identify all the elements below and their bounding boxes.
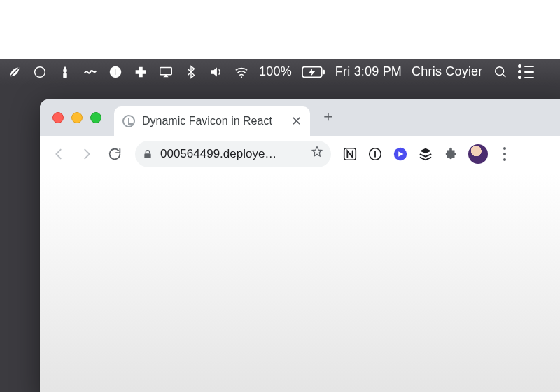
chrome-menu-button[interactable] [495, 147, 514, 161]
svg-rect-7 [323, 69, 325, 74]
scribble-icon[interactable] [83, 59, 98, 85]
airplay-icon[interactable] [158, 59, 174, 85]
browser-tab[interactable]: Dynamic Favicon in React ✕ [114, 106, 310, 136]
window-minimize-button[interactable] [71, 112, 83, 123]
profile-avatar[interactable] [468, 144, 488, 164]
svg-rect-3 [115, 69, 116, 75]
extension-blue-circle-icon[interactable] [390, 144, 411, 164]
window-close-button[interactable] [52, 112, 64, 123]
back-button[interactable] [47, 142, 71, 166]
svg-rect-12 [374, 150, 376, 157]
svg-point-5 [241, 76, 242, 78]
plus-medical-icon[interactable] [133, 59, 148, 85]
desktop-background: Dynamic Favicon in React ✕ ＋ 000564499.d… [0, 85, 560, 392]
svg-rect-9 [144, 153, 150, 158]
extensions-menu-puzzle-icon[interactable] [440, 144, 461, 164]
tab-title: Dynamic Favicon in React [142, 115, 284, 127]
new-tab-button[interactable]: ＋ [316, 104, 341, 129]
tab-strip: Dynamic Favicon in React ✕ ＋ [40, 99, 560, 136]
url-text: 000564499.deploye… [160, 147, 304, 161]
control-center-list-icon[interactable] [518, 59, 534, 85]
spotlight-search-icon[interactable] [493, 59, 508, 85]
svg-rect-1 [63, 73, 67, 77]
leaf-icon[interactable] [7, 59, 22, 85]
page-viewport [40, 172, 560, 392]
wifi-icon[interactable] [234, 59, 249, 85]
bookmark-star-button[interactable] [310, 145, 324, 162]
window-traffic-lights [52, 112, 102, 123]
svg-rect-4 [160, 67, 172, 74]
blank-region-above [0, 0, 560, 59]
circle-icon[interactable] [32, 59, 48, 85]
forward-button[interactable] [75, 142, 99, 166]
svg-point-0 [35, 66, 46, 77]
ink-bottle-icon[interactable] [57, 59, 73, 85]
extension-notion-icon[interactable] [340, 144, 360, 164]
window-fullscreen-button[interactable] [90, 112, 102, 123]
extension-buffer-icon[interactable] [415, 144, 436, 164]
tab-close-button[interactable]: ✕ [290, 115, 302, 127]
macos-menubar: 100% Fri 3:09 PM Chris Coyier [0, 59, 560, 85]
menubar-user[interactable]: Chris Coyier [412, 59, 482, 85]
menubar-clock[interactable]: Fri 3:09 PM [335, 59, 402, 85]
chrome-window: Dynamic Favicon in React ✕ ＋ 000564499.d… [40, 99, 560, 392]
onepassword-menubar-icon[interactable] [108, 59, 123, 85]
battery-percent[interactable]: 100% [259, 59, 292, 85]
reload-button[interactable] [103, 142, 127, 166]
bluetooth-icon[interactable] [183, 59, 199, 85]
extension-onepassword-icon[interactable] [365, 144, 386, 164]
lock-icon [142, 148, 153, 160]
tab-favicon-clock-icon [122, 115, 135, 127]
browser-toolbar: 000564499.deploye… [40, 136, 560, 172]
volume-icon[interactable] [209, 59, 224, 85]
address-bar[interactable]: 000564499.deploye… [135, 141, 331, 167]
battery-charging-icon[interactable] [302, 59, 326, 85]
